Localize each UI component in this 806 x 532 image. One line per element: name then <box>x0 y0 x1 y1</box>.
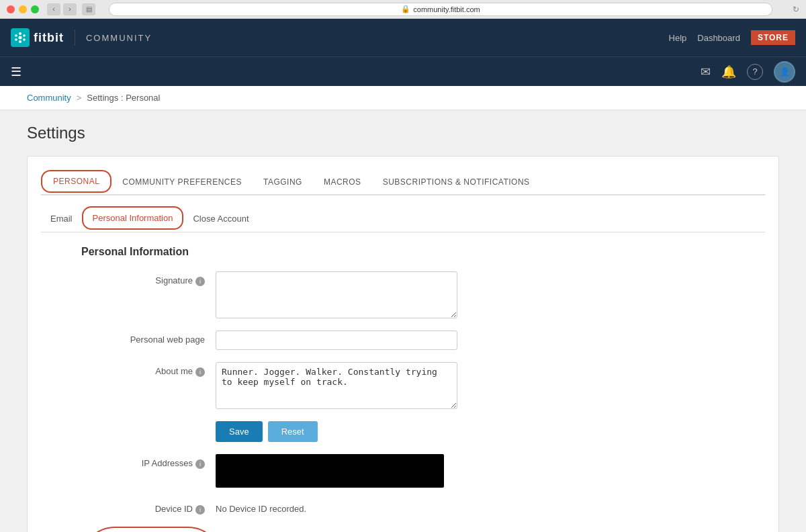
signature-input[interactable] <box>216 271 457 318</box>
device-id-row: Device ID i No Device ID recorded. <box>41 500 765 515</box>
help-icon[interactable]: ? <box>747 64 763 80</box>
ip-info-icon[interactable]: i <box>195 459 205 469</box>
about-me-row: About me i Runner. Jogger. Walker. Const… <box>41 362 765 409</box>
close-button[interactable] <box>7 5 15 13</box>
user-nav-icons: ✉ 🔔 ? 👤 <box>701 61 795 83</box>
save-button[interactable]: Save <box>216 421 263 442</box>
store-button[interactable]: STORE <box>751 30 795 45</box>
ip-addresses-row: IP Addresses i <box>41 454 765 488</box>
bell-icon[interactable]: 🔔 <box>721 64 736 79</box>
downloads-box: Downloads ⬇ My community content ⬇ My pe… <box>81 527 222 532</box>
downloads-section: Downloads ⬇ My community content ⬇ My pe… <box>81 527 765 532</box>
form-section-title: Personal Information <box>81 246 765 258</box>
back-button[interactable]: ‹ <box>47 3 60 15</box>
ip-label: IP Addresses i <box>81 454 216 469</box>
forward-button[interactable]: › <box>63 3 77 15</box>
svg-point-3 <box>15 34 17 37</box>
breadcrumb: Community > Settings : Personal <box>0 86 806 110</box>
top-navigation: fitbit COMMUNITY Help Dashboard STORE <box>0 19 806 56</box>
secondary-navigation: ☰ ✉ 🔔 ? 👤 <box>0 56 806 86</box>
svg-point-5 <box>23 34 26 37</box>
page-title: Settings <box>27 124 779 142</box>
personal-web-row: Personal web page <box>41 330 765 350</box>
address-bar[interactable]: 🔒 community.fitbit.com <box>109 3 772 16</box>
logo-divider <box>75 30 75 46</box>
svg-point-4 <box>15 38 17 41</box>
url-text: community.fitbit.com <box>413 5 480 13</box>
signature-label: Signature i <box>81 271 216 286</box>
dashboard-link[interactable]: Dashboard <box>697 33 740 43</box>
about-me-label: About me i <box>81 362 216 377</box>
svg-point-0 <box>19 32 21 35</box>
fitbit-logo-mark <box>11 28 30 47</box>
help-link[interactable]: Help <box>669 33 687 43</box>
about-me-info-icon[interactable]: i <box>195 367 205 377</box>
window-controls[interactable] <box>7 5 39 13</box>
address-bar-icons: ↻ <box>793 5 799 14</box>
sub-tab-personal-information[interactable]: Personal Information <box>82 206 184 230</box>
top-nav-right: Help Dashboard STORE <box>669 30 795 45</box>
signature-info-icon[interactable]: i <box>195 277 205 286</box>
maximize-button[interactable] <box>31 5 39 13</box>
svg-point-2 <box>19 40 21 43</box>
mail-icon[interactable]: ✉ <box>701 64 711 79</box>
top-nav-left: fitbit COMMUNITY <box>11 28 152 47</box>
personal-information-form: Personal Information Signature i Persona… <box>41 246 765 532</box>
personal-web-label: Personal web page <box>81 330 216 345</box>
tab-macros[interactable]: MACROS <box>313 170 372 195</box>
sidebar-button[interactable]: ▤ <box>82 3 95 15</box>
fitbit-wordmark: fitbit <box>34 31 64 45</box>
sub-tab-email[interactable]: Email <box>41 206 82 232</box>
reset-button[interactable]: Reset <box>268 421 318 442</box>
breadcrumb-current: Settings : Personal <box>87 93 160 103</box>
device-id-label: Device ID i <box>81 500 216 515</box>
tab-community-preferences[interactable]: COMMUNITY PREFERENCES <box>111 170 253 195</box>
hamburger-icon[interactable]: ☰ <box>11 64 21 79</box>
about-me-input[interactable]: Runner. Jogger. Walker. Constantly tryin… <box>216 362 457 409</box>
signature-row: Signature i <box>41 271 765 318</box>
main-tabs: PERSONAL COMMUNITY PREFERENCES TAGGING M… <box>41 170 765 195</box>
page-content: Settings PERSONAL COMMUNITY PREFERENCES … <box>0 110 806 532</box>
lock-icon: 🔒 <box>401 5 410 13</box>
tab-tagging[interactable]: TAGGING <box>253 170 313 195</box>
breadcrumb-separator: > <box>77 93 82 103</box>
minimize-button[interactable] <box>19 5 27 13</box>
refresh-icon[interactable]: ↻ <box>793 5 799 14</box>
personal-web-input[interactable] <box>216 330 457 350</box>
browser-nav[interactable]: ‹ › <box>47 3 77 15</box>
breadcrumb-community[interactable]: Community <box>27 93 71 103</box>
tab-personal[interactable]: PERSONAL <box>41 170 111 193</box>
settings-panel: PERSONAL COMMUNITY PREFERENCES TAGGING M… <box>27 156 779 532</box>
tab-subscriptions[interactable]: SUBSCRIPTIONS & NOTIFICATIONS <box>372 170 541 195</box>
sidebar-toggle[interactable]: ▤ <box>82 3 95 15</box>
fitbit-logo[interactable]: fitbit <box>11 28 64 47</box>
svg-point-6 <box>23 38 26 41</box>
sub-tab-close-account[interactable]: Close Account <box>183 206 258 232</box>
device-id-value: No Device ID recorded. <box>216 500 306 514</box>
title-bar: ‹ › ▤ 🔒 community.fitbit.com ↻ <box>0 0 806 19</box>
ip-addresses-box <box>216 454 444 488</box>
user-avatar[interactable]: 👤 <box>774 61 795 83</box>
device-id-info-icon[interactable]: i <box>195 505 205 515</box>
sub-tabs: Email Personal Information Close Account <box>41 206 765 232</box>
form-buttons: Save Reset <box>41 421 765 442</box>
community-label: COMMUNITY <box>86 33 152 43</box>
svg-point-1 <box>19 36 22 40</box>
